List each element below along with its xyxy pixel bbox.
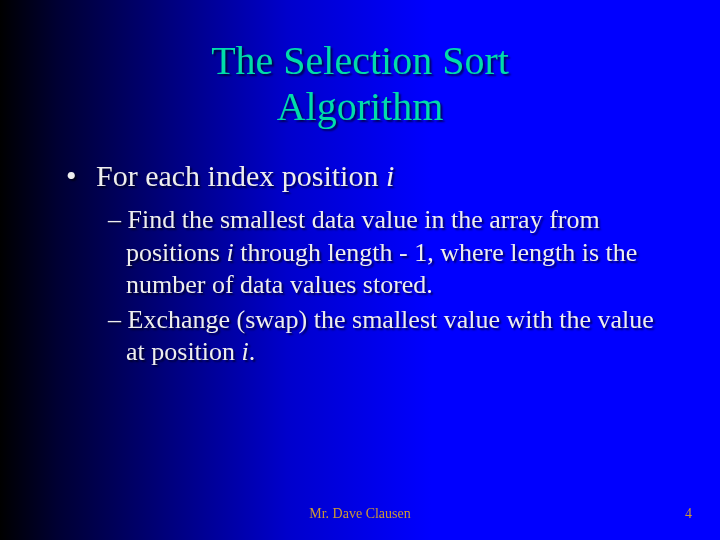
bullet-level1: For each index position i <box>66 158 670 194</box>
title-line-2: Algorithm <box>277 84 444 129</box>
bullet-var-i: i <box>386 159 394 192</box>
title-line-1: The Selection Sort <box>211 38 509 83</box>
sub1-var-i: i <box>226 238 233 267</box>
sub2-part2: . <box>249 337 256 366</box>
bullet-level2-1: Find the smallest data value in the arra… <box>66 204 670 302</box>
bullet-level2-2: Exchange (swap) the smallest value with … <box>66 304 670 369</box>
slide: The Selection Sort Algorithm For each in… <box>0 0 720 540</box>
sub2-var-i: i <box>242 337 249 366</box>
bullet-text: For each index position <box>96 159 386 192</box>
sub2-part1: Exchange (swap) the smallest value with … <box>126 305 654 367</box>
slide-body: For each index position i Find the small… <box>0 158 720 369</box>
slide-title: The Selection Sort Algorithm <box>0 38 720 130</box>
footer-page-number: 4 <box>685 506 692 522</box>
footer-author: Mr. Dave Clausen <box>309 506 410 522</box>
